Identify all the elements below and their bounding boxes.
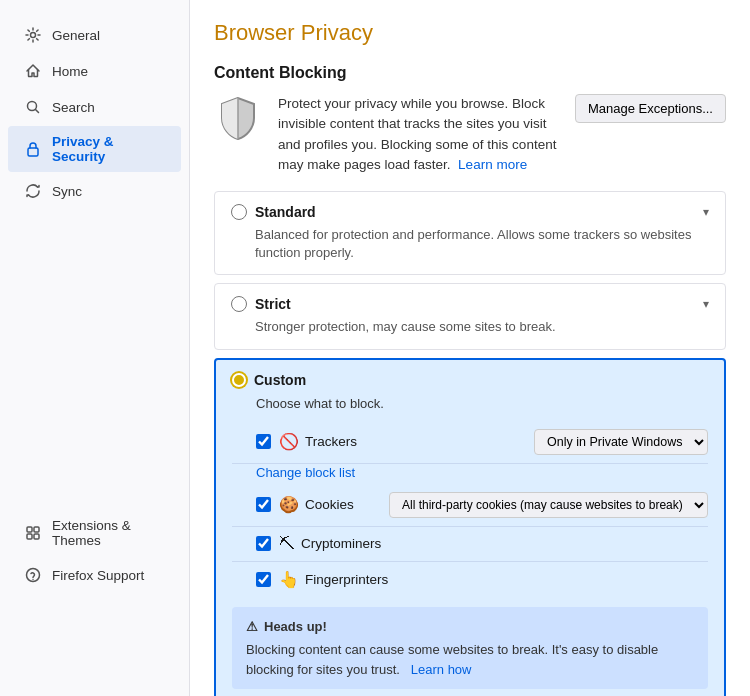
fingerprinters-icon: 👆 [279, 570, 299, 589]
manage-exceptions-button[interactable]: Manage Exceptions... [575, 94, 726, 123]
extensions-icon [24, 524, 42, 542]
learn-how-link[interactable]: Learn how [411, 662, 472, 677]
sidebar-item-extensions[interactable]: Extensions & Themes [8, 510, 181, 556]
sidebar-item-search-label: Search [52, 100, 95, 115]
help-icon [24, 566, 42, 584]
trackers-label: 🚫 Trackers [279, 432, 526, 451]
cookies-checkbox[interactable] [256, 497, 271, 512]
svg-rect-3 [27, 527, 32, 532]
trackers-text: Trackers [305, 434, 357, 449]
custom-label: Custom [254, 372, 306, 388]
cryptominers-row: ⛏ Cryptominers [232, 527, 708, 562]
cookies-row: 🍪 Cookies All third-party cookies (may c… [232, 484, 708, 527]
fingerprinters-row: 👆 Fingerprinters [232, 562, 708, 597]
sidebar-item-home-label: Home [52, 64, 88, 79]
sidebar-item-extensions-label: Extensions & Themes [52, 518, 165, 548]
sidebar-item-support[interactable]: Firefox Support [8, 558, 181, 592]
sidebar-item-privacy[interactable]: Privacy & Security [8, 126, 181, 172]
trackers-icon: 🚫 [279, 432, 299, 451]
custom-option: Custom Choose what to block. 🚫 Trackers … [214, 358, 726, 696]
lock-icon [24, 140, 42, 158]
sidebar-item-general-label: General [52, 28, 100, 43]
sync-icon [24, 182, 42, 200]
standard-header: Standard ▾ [231, 204, 709, 220]
standard-option[interactable]: Standard ▾ Balanced for protection and p… [214, 191, 726, 275]
cookies-text: Cookies [305, 497, 354, 512]
svg-rect-4 [34, 527, 39, 532]
strict-header: Strict ▾ [231, 296, 709, 312]
heads-up-box: ⚠ Heads up! Blocking content can cause s… [232, 607, 708, 690]
strict-desc: Stronger protection, may cause some site… [255, 318, 709, 336]
standard-desc: Balanced for protection and performance.… [255, 226, 709, 262]
svg-rect-6 [34, 534, 39, 539]
heads-up-title-text: Heads up! [264, 617, 327, 637]
trackers-dropdown[interactable]: Only in Private Windows In all windows [534, 429, 708, 455]
svg-rect-2 [28, 148, 38, 156]
strict-chevron: ▾ [703, 297, 709, 311]
sidebar: General Home Search Privacy & Security [0, 0, 190, 696]
cb-description: Protect your privacy while you browse. B… [278, 94, 559, 175]
custom-dot-icon [232, 373, 246, 387]
trackers-row: 🚫 Trackers Only in Private Windows In al… [232, 421, 708, 464]
sidebar-item-support-label: Firefox Support [52, 568, 144, 583]
sidebar-item-general[interactable]: General [8, 18, 181, 52]
sidebar-item-search[interactable]: Search [8, 90, 181, 124]
custom-header: Custom [232, 372, 708, 388]
heads-up-title: ⚠ Heads up! [246, 617, 694, 637]
gear-icon [24, 26, 42, 44]
trackers-checkbox[interactable] [256, 434, 271, 449]
cookies-icon: 🍪 [279, 495, 299, 514]
choose-text: Choose what to block. [256, 396, 708, 411]
strict-label: Strict [255, 296, 291, 312]
shield-icon [214, 94, 262, 142]
cryptominers-checkbox[interactable] [256, 536, 271, 551]
svg-rect-5 [27, 534, 32, 539]
sidebar-item-sync-label: Sync [52, 184, 82, 199]
cryptominers-label: ⛏ Cryptominers [279, 535, 708, 553]
home-icon [24, 62, 42, 80]
standard-radio[interactable] [231, 204, 247, 220]
sidebar-item-privacy-label: Privacy & Security [52, 134, 165, 164]
cryptominers-text: Cryptominers [301, 536, 381, 551]
cryptominers-icon: ⛏ [279, 535, 295, 553]
main-content: Browser Privacy Content Blocking Protect… [190, 0, 750, 696]
warning-icon: ⚠ [246, 617, 258, 637]
change-block-list-link[interactable]: Change block list [256, 465, 355, 480]
search-icon [24, 98, 42, 116]
cookies-dropdown[interactable]: All third-party cookies (may cause websi… [389, 492, 708, 518]
strict-radio[interactable] [231, 296, 247, 312]
content-blocking-header: Protect your privacy while you browse. B… [214, 94, 726, 175]
page-title: Browser Privacy [214, 20, 726, 46]
sidebar-item-home[interactable]: Home [8, 54, 181, 88]
fingerprinters-label: 👆 Fingerprinters [279, 570, 708, 589]
standard-chevron: ▾ [703, 205, 709, 219]
fingerprinters-checkbox[interactable] [256, 572, 271, 587]
svg-point-8 [32, 579, 33, 580]
learn-more-link[interactable]: Learn more [458, 157, 527, 172]
cookies-label: 🍪 Cookies [279, 495, 381, 514]
svg-point-0 [31, 33, 36, 38]
fingerprinters-text: Fingerprinters [305, 572, 388, 587]
section-title-content-blocking: Content Blocking [214, 64, 726, 82]
strict-option[interactable]: Strict ▾ Stronger protection, may cause … [214, 283, 726, 349]
sidebar-item-sync[interactable]: Sync [8, 174, 181, 208]
standard-label: Standard [255, 204, 316, 220]
